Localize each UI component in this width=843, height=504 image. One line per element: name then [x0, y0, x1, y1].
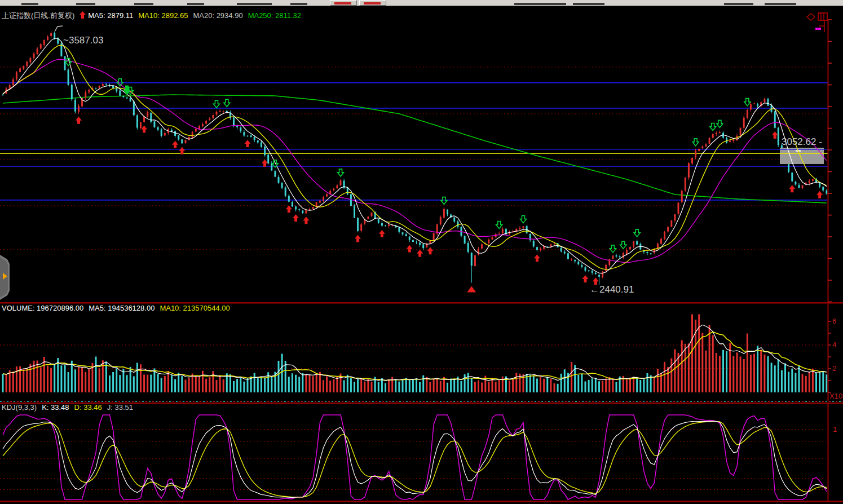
- menu-button-fragment[interactable]: [330, 0, 357, 6]
- horizontal-price-levels: [0, 67, 828, 250]
- menu-item-fragment: [724, 3, 753, 5]
- menu-item-fragment: [237, 3, 272, 5]
- diamond-draw-icon: [807, 14, 815, 20]
- candlestick-series: [2, 31, 828, 285]
- menu-button-red-text-fragment: [364, 2, 381, 5]
- ma5-value: MA5: 2879.11: [88, 11, 133, 20]
- svg-text:4: 4: [832, 341, 836, 349]
- magenta-marker-icon: [815, 28, 821, 30]
- chart-canvas[interactable]: ~3587.03←2440.913052.62 - 642X10 1: [0, 0, 843, 504]
- moving-average-lines: [3, 38, 827, 273]
- buy-signal-icon: [80, 11, 86, 19]
- ma10-value: MA10: 2892.65: [138, 11, 188, 20]
- volume-bars: 642X10: [0, 314, 842, 400]
- price-annotations: ~3587.03←2440.913052.62 -: [55, 26, 822, 295]
- menu-item-fragment: [21, 3, 38, 5]
- buy-sell-signal-arrows: [65, 58, 823, 292]
- menubar[interactable]: [0, 0, 843, 6]
- right-price-axis: [828, 20, 832, 501]
- svg-text:6: 6: [832, 317, 836, 325]
- svg-text:X10: X10: [829, 392, 842, 400]
- menu-item-fragment: [290, 3, 307, 5]
- svg-text:1: 1: [833, 425, 837, 434]
- menu-item-fragment: [134, 3, 153, 5]
- panel-separators: [0, 302, 843, 502]
- volume-ma5-value: MA5: 194536128.00: [89, 304, 155, 312]
- ma250-value: MA250: 2811.32: [248, 11, 301, 20]
- kdj-name: KDJ(9,3,3): [2, 403, 37, 412]
- svg-text:←2440.91: ←2440.91: [590, 284, 634, 295]
- menu-button-red-text-fragment: [334, 2, 351, 5]
- kdj-k-value: K: 33.48: [42, 403, 69, 412]
- kdj-lines: 1: [0, 415, 837, 499]
- corner-tool-icons[interactable]: [807, 13, 827, 32]
- chart-title: 上证指数(日线.前复权): [2, 11, 74, 20]
- menu-item-fragment: [187, 3, 204, 5]
- trading-app-window: 上证指数(日线.前复权)MA5: 2879.11MA10: 2892.65MA2…: [0, 0, 843, 504]
- price-tag-box-overlay: [780, 148, 824, 164]
- menu-item-fragment: [76, 3, 95, 5]
- menu-item-fragment: [765, 3, 796, 5]
- svg-text:2: 2: [832, 364, 836, 373]
- main-chart-header: 上证指数(日线.前复权)MA5: 2879.11MA10: 2892.65MA2…: [2, 11, 306, 21]
- kdj-d-value: D: 33.46: [74, 403, 102, 412]
- svg-text:3052.62 -: 3052.62 -: [782, 136, 822, 147]
- kdj-header: KDJ(9,3,3)K: 33.48D: 33.46J: 33.51: [2, 403, 138, 412]
- volume-ma10-value: MA10: 213570544.00: [160, 304, 229, 312]
- sidebar-expand-tab[interactable]: [0, 255, 10, 300]
- menu-item-fragment: [514, 3, 566, 5]
- kdj-j-value: J: 33.51: [107, 403, 133, 412]
- volume-header: VOLUME: 196720896.00MA5: 194536128.00MA1…: [2, 304, 235, 312]
- menu-button-fragment[interactable]: [359, 0, 386, 6]
- ma20-value: MA20: 2934.90: [193, 11, 242, 20]
- volume-value: VOLUME: 196720896.00: [2, 304, 83, 312]
- svg-text:~3587.03: ~3587.03: [63, 35, 103, 46]
- menu-item-fragment: [573, 3, 604, 5]
